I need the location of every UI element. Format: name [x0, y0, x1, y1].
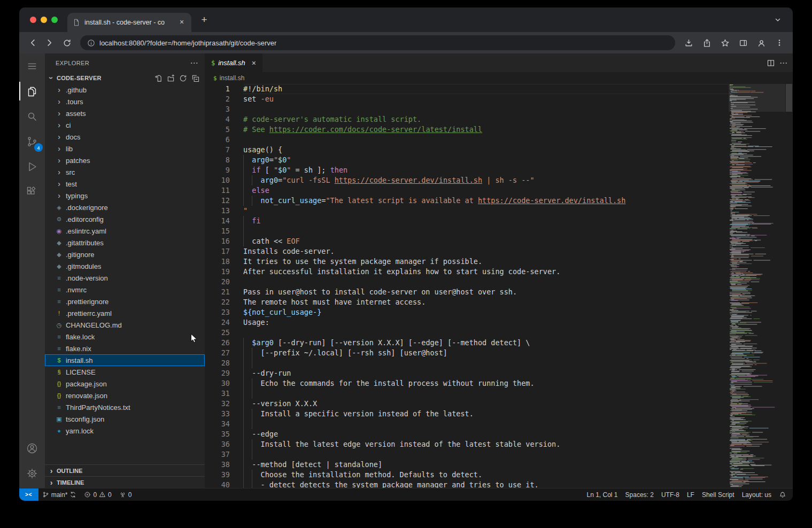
timeline-section-header[interactable]: › TIMELINE [45, 476, 205, 488]
breadcrumb[interactable]: $ install.sh [205, 72, 793, 84]
tree-file-.node-version[interactable]: ≡.node-version [45, 272, 205, 284]
line-number[interactable]: 27 [205, 348, 230, 358]
line-number[interactable]: 32 [205, 399, 230, 409]
extensions-view-button[interactable] [19, 179, 45, 204]
tree-file-.eslintrc.yaml[interactable]: ◉.eslintrc.yaml [45, 225, 205, 237]
new-folder-button[interactable] [165, 73, 176, 83]
code-line-6[interactable] [243, 135, 729, 145]
tree-file-.dockerignore[interactable]: ◈.dockerignore [45, 201, 205, 213]
code-line-22[interactable]: The remote host must have internet acces… [243, 297, 729, 307]
line-number[interactable]: 21 [205, 287, 230, 297]
breadcrumb-file-label[interactable]: install.sh [220, 74, 245, 82]
line-number[interactable]: 4 [205, 114, 230, 125]
back-button[interactable] [25, 35, 41, 51]
code-line-36[interactable]: Install the latest edge version instead … [243, 439, 729, 449]
browser-menu-button[interactable] [771, 35, 787, 51]
tree-file-tsconfig.json[interactable]: ▣tsconfig.json [45, 413, 205, 425]
line-number[interactable]: 26 [205, 338, 230, 348]
refresh-explorer-button[interactable] [177, 73, 188, 83]
line-number[interactable]: 31 [205, 389, 230, 399]
line-number[interactable]: 13 [205, 206, 230, 216]
split-editor-button[interactable] [767, 59, 775, 67]
code-line-14[interactable]: fi [243, 216, 729, 226]
tree-folder-typings[interactable]: ›typings [45, 190, 205, 201]
line-number[interactable]: 36 [205, 439, 230, 449]
tree-folder-ci[interactable]: ›ci [45, 119, 205, 131]
code-line-33[interactable]: Install a specific version instead of th… [243, 409, 729, 419]
code-line-9[interactable]: if [ "$0" = sh ]; then [243, 165, 729, 175]
editor-scrollbar[interactable] [785, 84, 793, 488]
run-debug-view-button[interactable] [19, 154, 45, 179]
line-number[interactable]: 29 [205, 368, 230, 378]
line-number[interactable]: 25 [205, 328, 230, 338]
tree-file-ThirdPartyNotices.txt[interactable]: ≡ThirdPartyNotices.txt [45, 401, 205, 413]
code-line-31[interactable] [243, 389, 729, 399]
line-number[interactable]: 30 [205, 378, 230, 389]
close-window-button[interactable] [30, 17, 36, 23]
tree-file-.prettierignore[interactable]: ≡.prettierignore [45, 296, 205, 307]
problems-indicator[interactable]: 0 0 [80, 488, 115, 501]
code-line-19[interactable]: After successful installation it explain… [243, 267, 729, 277]
code-line-32[interactable]: --version X.X.X [243, 399, 729, 409]
line-number[interactable]: 37 [205, 449, 230, 460]
editor-tab-install-sh[interactable]: $ install.sh × [205, 53, 262, 72]
code-line-2[interactable]: set -eu [243, 94, 729, 104]
new-file-button[interactable] [153, 73, 164, 83]
code-line-25[interactable] [243, 328, 729, 338]
line-numbers-gutter[interactable]: 1234567891011121314151617181920212223242… [205, 84, 243, 488]
ports-indicator[interactable]: 0 [115, 488, 136, 501]
tree-folder-assets[interactable]: ›assets [45, 107, 205, 119]
code-line-37[interactable] [243, 449, 729, 460]
tab-close-button[interactable]: × [177, 18, 186, 27]
line-number[interactable]: 2 [205, 94, 230, 104]
code-content[interactable]: #!/bin/shset -eu# code-server's automati… [243, 84, 729, 488]
address-bar[interactable]: localhost:8080/?folder=/home/jothiprasat… [80, 35, 675, 50]
tree-file-.gitattributes[interactable]: ◆.gitattributes [45, 237, 205, 249]
line-number[interactable]: 38 [205, 460, 230, 470]
line-number[interactable]: 5 [205, 125, 230, 135]
line-number[interactable]: 14 [205, 216, 230, 226]
line-number[interactable]: 39 [205, 470, 230, 480]
line-number[interactable]: 17 [205, 246, 230, 257]
profile-button[interactable] [753, 35, 769, 51]
scrollbar-thumb[interactable] [786, 84, 792, 112]
encoding-indicator[interactable]: UTF-8 [658, 488, 683, 501]
code-line-20[interactable] [243, 277, 729, 287]
code-line-35[interactable]: --edge [243, 429, 729, 439]
code-line-11[interactable]: else [243, 185, 729, 196]
line-number[interactable]: 20 [205, 277, 230, 287]
editor-more-actions-button[interactable]: ⋯ [779, 59, 787, 67]
code-line-1[interactable]: #!/bin/sh [243, 84, 729, 94]
folder-section-header[interactable]: › CODE-SERVER [45, 72, 205, 84]
tree-file-.nvmrc[interactable]: ≡.nvmrc [45, 284, 205, 296]
site-info-icon[interactable] [87, 39, 95, 47]
tree-file-flake.nix[interactable]: ≡flake.nix [45, 343, 205, 354]
code-line-30[interactable]: Echo the commands for the install proces… [243, 378, 729, 389]
editor-tab-close-button[interactable]: × [252, 59, 256, 67]
tab-search-button[interactable] [770, 12, 785, 27]
tree-folder-test[interactable]: ›test [45, 178, 205, 190]
remote-indicator[interactable]: >< [19, 488, 38, 501]
line-number[interactable]: 22 [205, 297, 230, 307]
tree-file-yarn.lock[interactable]: ●yarn.lock [45, 425, 205, 437]
tree-folder-patches[interactable]: ›patches [45, 154, 205, 166]
tree-file-.gitmodules[interactable]: ◆.gitmodules [45, 260, 205, 272]
code-line-16[interactable]: cath << EOF [243, 236, 729, 246]
collapse-folders-button[interactable] [190, 73, 200, 83]
line-number[interactable]: 9 [205, 165, 230, 175]
tree-file-install.sh[interactable]: $install.sh [45, 354, 205, 366]
tree-file-package.json[interactable]: {}package.json [45, 378, 205, 390]
tree-file-LICENSE[interactable]: §LICENSE [45, 366, 205, 378]
line-number[interactable]: 35 [205, 429, 230, 439]
source-control-view-button[interactable]: 4 [19, 129, 45, 154]
line-number[interactable]: 16 [205, 236, 230, 246]
keyboard-layout-indicator[interactable]: Layout: us [738, 488, 775, 501]
code-line-34[interactable] [243, 419, 729, 429]
code-line-28[interactable] [243, 358, 729, 368]
code-line-12[interactable]: not_curl_usage="The latest script is ava… [243, 196, 729, 206]
line-number[interactable]: 8 [205, 155, 230, 165]
code-line-18[interactable]: It tries to use the system package manag… [243, 257, 729, 267]
line-number[interactable]: 34 [205, 419, 230, 429]
code-line-15[interactable] [243, 226, 729, 236]
code-line-8[interactable]: arg0="$0" [243, 155, 729, 165]
